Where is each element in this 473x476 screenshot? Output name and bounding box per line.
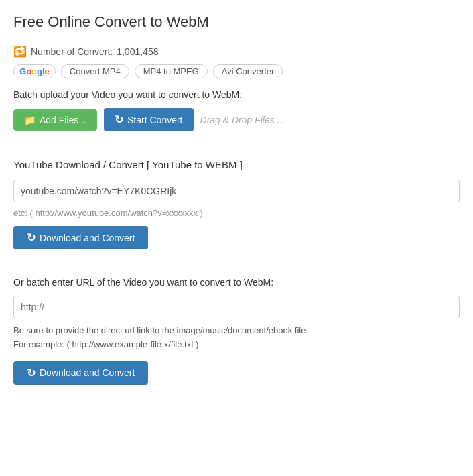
google-icon: Google bbox=[19, 66, 50, 76]
batch-note-line1: Be sure to provide the direct url link t… bbox=[13, 325, 308, 335]
upload-label: Batch upload your Video you want to conv… bbox=[13, 89, 460, 100]
start-convert-label: Start Convert bbox=[127, 115, 182, 125]
counter-value: 1,001,458 bbox=[117, 46, 158, 57]
counter-row: 🔁 Number of Convert: 1,001,458 bbox=[13, 45, 460, 58]
youtube-download-label: Download and Convert bbox=[40, 233, 135, 243]
youtube-section: YouTube Download / Convert [ YouTube to … bbox=[13, 159, 460, 263]
refresh-icon: ↻ bbox=[115, 113, 123, 126]
batch-url-input[interactable] bbox=[13, 296, 460, 318]
counter-icon: 🔁 bbox=[13, 45, 27, 58]
batch-note: Be sure to provide the direct url link t… bbox=[13, 324, 460, 352]
batch-download-icon: ↻ bbox=[27, 367, 36, 379]
google-link[interactable]: Google bbox=[13, 64, 56, 78]
start-convert-button[interactable]: ↻ Start Convert bbox=[104, 108, 193, 131]
batch-download-button[interactable]: ↻ Download and Convert bbox=[13, 361, 148, 385]
drag-drop-hint: Drag & Drop Files ... bbox=[200, 115, 285, 125]
batch-title: Or batch enter URL of the Video you want… bbox=[13, 277, 460, 288]
batch-download-label: Download and Convert bbox=[40, 367, 135, 378]
batch-note-line2: For example: ( http://www.example-file.x… bbox=[13, 339, 199, 349]
upload-row: 📁 Add Files... ↻ Start Convert Drag & Dr… bbox=[13, 108, 460, 145]
add-files-label: Add Files... bbox=[40, 115, 86, 125]
nav-link-convert-mp4[interactable]: Convert MP4 bbox=[61, 64, 129, 78]
youtube-download-button[interactable]: ↻ Download and Convert bbox=[13, 226, 148, 249]
youtube-title: YouTube Download / Convert [ YouTube to … bbox=[13, 159, 460, 170]
nav-links-row: Google Convert MP4 MP4 to MPEG Avi Conve… bbox=[13, 64, 460, 78]
youtube-hint: etc: ( http://www.youtube.com/watch?v=xx… bbox=[13, 208, 460, 218]
counter-label: Number of Convert: bbox=[31, 46, 113, 57]
batch-section: Or batch enter URL of the Video you want… bbox=[13, 277, 460, 385]
youtube-url-input[interactable] bbox=[13, 180, 460, 202]
nav-link-avi-converter[interactable]: Avi Converter bbox=[213, 64, 283, 78]
download-icon: ↻ bbox=[27, 231, 36, 244]
folder-icon: 📁 bbox=[24, 115, 36, 125]
page-title: Free Online Convert to WebM bbox=[13, 13, 460, 38]
add-files-button[interactable]: 📁 Add Files... bbox=[13, 109, 97, 131]
nav-link-mp4-mpeg[interactable]: MP4 to MPEG bbox=[135, 64, 208, 78]
